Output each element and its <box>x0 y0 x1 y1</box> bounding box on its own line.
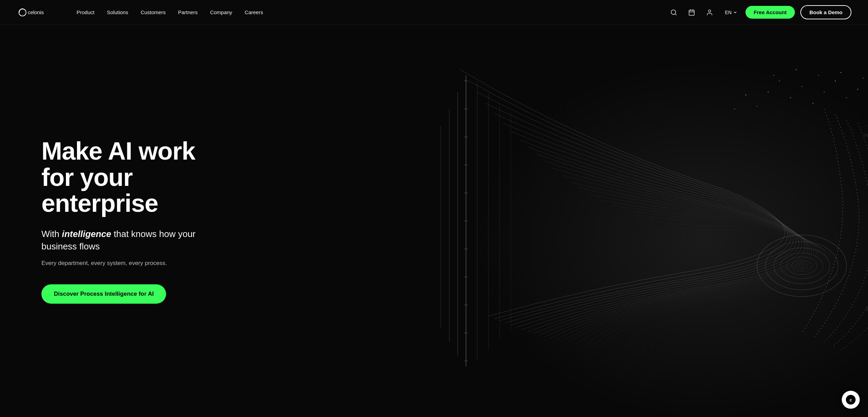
svg-point-30 <box>790 97 791 98</box>
svg-point-40 <box>773 75 774 76</box>
svg-point-39 <box>734 108 735 110</box>
hero-description: Every department, every system, every pr… <box>41 258 200 268</box>
hero-title: Make AI work for your enterprise <box>41 138 200 217</box>
svg-text:celonis: celonis <box>28 9 44 15</box>
svg-point-15 <box>757 235 846 296</box>
hero-section: Make AI work for your enterprise With in… <box>0 0 868 417</box>
search-button[interactable] <box>668 7 679 18</box>
svg-rect-5 <box>689 10 694 15</box>
svg-rect-10 <box>377 25 868 417</box>
svg-point-1 <box>22 8 23 9</box>
nav-links: Product Solutions Customers Partners Com… <box>72 9 268 16</box>
svg-text:730: 730 <box>864 133 868 138</box>
calendar-button[interactable] <box>686 7 697 18</box>
nav-item-solutions[interactable]: Solutions <box>102 9 133 16</box>
hero-subtitle-italic: intelligence <box>62 229 111 239</box>
svg-point-20 <box>792 260 812 271</box>
nav-link-product[interactable]: Product <box>72 7 99 18</box>
svg-point-37 <box>757 106 758 107</box>
svg-point-35 <box>846 97 847 98</box>
svg-point-28 <box>768 92 769 93</box>
nav-link-company[interactable]: Company <box>205 7 237 18</box>
svg-point-18 <box>781 253 823 279</box>
nav-link-customers[interactable]: Customers <box>136 7 170 18</box>
svg-line-4 <box>675 13 676 15</box>
hero-subtitle: With intelligence that knows how your bu… <box>41 228 200 253</box>
svg-point-43 <box>840 72 841 73</box>
svg-point-34 <box>835 80 836 82</box>
user-icon <box>706 9 713 16</box>
calendar-icon <box>688 9 695 16</box>
discover-cta-button[interactable]: Discover Process Intelligence for AI <box>41 284 166 304</box>
svg-point-17 <box>774 248 830 284</box>
svg-point-9 <box>709 10 711 12</box>
nav-left: celonis Product Solutions Customers Part… <box>17 6 268 19</box>
svg-point-42 <box>818 75 819 76</box>
chevron-down-icon <box>733 10 737 15</box>
hero-content: Make AI work for your enterprise With in… <box>0 111 242 331</box>
svg-text:24: 24 <box>866 307 868 312</box>
nav-link-solutions[interactable]: Solutions <box>102 7 133 18</box>
svg-point-32 <box>812 103 813 104</box>
nav-item-careers[interactable]: Careers <box>240 9 268 16</box>
svg-point-44 <box>863 78 864 79</box>
main-nav: celonis Product Solutions Customers Part… <box>0 0 868 25</box>
nav-item-company[interactable]: Company <box>205 9 237 16</box>
svg-point-29 <box>779 80 780 82</box>
svg-point-31 <box>801 86 802 87</box>
nav-icons: EN <box>668 7 740 18</box>
language-selector[interactable]: EN <box>722 8 740 17</box>
chat-icon: c <box>846 395 856 405</box>
user-button[interactable] <box>704 7 715 18</box>
svg-point-33 <box>824 92 825 93</box>
nav-item-customers[interactable]: Customers <box>136 9 170 16</box>
search-icon <box>670 9 677 16</box>
book-demo-button[interactable]: Book a Demo <box>800 5 851 19</box>
svg-point-38 <box>745 94 746 95</box>
hero-subtitle-plain: With <box>41 229 62 239</box>
svg-point-36 <box>857 89 858 90</box>
svg-point-21 <box>796 262 808 269</box>
nav-link-partners[interactable]: Partners <box>173 7 203 18</box>
svg-point-19 <box>787 257 817 275</box>
hero-visualization: 730 420 529 318 24 <box>368 25 868 417</box>
nav-item-partners[interactable]: Partners <box>173 9 203 16</box>
hero-visual: 730 420 529 318 24 <box>368 25 868 417</box>
nav-item-product[interactable]: Product <box>72 9 99 16</box>
language-label: EN <box>725 10 731 15</box>
celonis-logo: celonis <box>17 6 58 19</box>
nav-link-careers[interactable]: Careers <box>240 7 268 18</box>
logo-link[interactable]: celonis <box>17 6 58 19</box>
nav-right: EN Free Account Book a Demo <box>668 5 851 19</box>
svg-point-22 <box>798 264 805 267</box>
chat-bubble[interactable]: c <box>842 391 860 409</box>
svg-point-16 <box>765 241 838 290</box>
free-account-button[interactable]: Free Account <box>745 6 795 19</box>
svg-point-41 <box>796 69 797 70</box>
